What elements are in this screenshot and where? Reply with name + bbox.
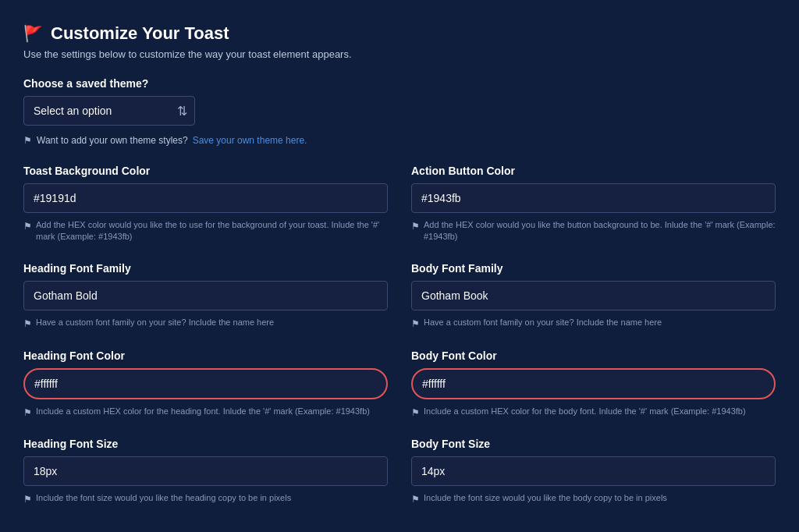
hint-flag-icon: ⚑ bbox=[23, 406, 32, 420]
toast-bg-color-hint: ⚑ Add the HEX color would you like the t… bbox=[23, 219, 388, 243]
hint-flag-icon: ⚑ bbox=[23, 317, 32, 331]
page-header: 🚩 Customize Your Toast bbox=[23, 23, 776, 44]
heading-font-size-label: Heading Font Size bbox=[23, 438, 388, 450]
theme-select-wrapper: Select an option ⇅ bbox=[23, 96, 195, 126]
body-font-family-hint: ⚑ Have a custom font family on your site… bbox=[411, 317, 776, 331]
body-font-color-label: Body Font Color bbox=[411, 349, 776, 362]
theme-select[interactable]: Select an option bbox=[23, 96, 195, 126]
body-font-family-input[interactable] bbox=[411, 281, 776, 310]
theme-link-prefix: Want to add your own theme styles? bbox=[37, 135, 188, 146]
heading-font-size-input[interactable] bbox=[23, 456, 388, 486]
action-btn-color-hint: ⚑ Add the HEX color would you like the b… bbox=[411, 219, 776, 243]
heading-font-family-label: Heading Font Family bbox=[23, 262, 388, 275]
field-body-font-color: Body Font Color ⚑ Include a custom HEX c… bbox=[411, 349, 776, 420]
field-heading-font-color: Heading Font Color ⚑ Include a custom HE… bbox=[23, 349, 388, 420]
theme-link-row: ⚑ Want to add your own theme styles? Sav… bbox=[23, 135, 776, 146]
field-body-font-family: Body Font Family ⚑ Have a custom font fa… bbox=[411, 262, 776, 331]
heading-font-color-label: Heading Font Color bbox=[23, 349, 388, 362]
action-btn-color-input[interactable] bbox=[411, 183, 776, 213]
field-action-btn-color: Action Button Color ⚑ Add the HEX color … bbox=[411, 165, 776, 243]
form-grid: Toast Background Color ⚑ Add the HEX col… bbox=[23, 165, 776, 506]
body-font-family-label: Body Font Family bbox=[411, 262, 776, 275]
toast-bg-color-label: Toast Background Color bbox=[23, 165, 388, 177]
heading-font-family-hint: ⚑ Have a custom font family on your site… bbox=[23, 317, 388, 331]
hint-flag-icon: ⚑ bbox=[411, 220, 420, 233]
body-font-size-hint: ⚑ Include the font size would you like t… bbox=[411, 492, 776, 506]
body-font-size-input[interactable] bbox=[411, 456, 776, 486]
flag-icon: ⚑ bbox=[23, 135, 32, 146]
theme-selector-label: Choose a saved theme? bbox=[23, 77, 776, 90]
hint-flag-icon: ⚑ bbox=[23, 220, 32, 233]
body-font-color-input[interactable] bbox=[411, 368, 776, 399]
heading-font-color-input[interactable] bbox=[23, 368, 388, 399]
save-theme-link[interactable]: Save your own theme here. bbox=[193, 135, 307, 146]
field-body-font-size: Body Font Size ⚑ Include the font size w… bbox=[411, 438, 776, 506]
page-title: Customize Your Toast bbox=[51, 23, 229, 44]
body-font-size-label: Body Font Size bbox=[411, 438, 776, 450]
hint-flag-icon: ⚑ bbox=[411, 493, 420, 506]
action-btn-color-label: Action Button Color bbox=[411, 165, 776, 177]
heading-font-color-hint: ⚑ Include a custom HEX color for the hea… bbox=[23, 406, 388, 420]
body-font-color-hint: ⚑ Include a custom HEX color for the bod… bbox=[411, 406, 776, 420]
page-subtitle: Use the settings below to customize the … bbox=[23, 48, 776, 60]
toast-icon: 🚩 bbox=[23, 24, 43, 43]
field-toast-bg-color: Toast Background Color ⚑ Add the HEX col… bbox=[23, 165, 388, 243]
hint-flag-icon: ⚑ bbox=[23, 493, 32, 506]
field-heading-font-size: Heading Font Size ⚑ Include the font siz… bbox=[23, 438, 388, 506]
heading-font-family-input[interactable] bbox=[23, 281, 388, 310]
field-heading-font-family: Heading Font Family ⚑ Have a custom font… bbox=[23, 262, 388, 331]
hint-flag-icon: ⚑ bbox=[411, 317, 420, 331]
hint-flag-icon: ⚑ bbox=[411, 406, 420, 420]
toast-bg-color-input[interactable] bbox=[23, 183, 388, 213]
heading-font-size-hint: ⚑ Include the font size would you like t… bbox=[23, 492, 388, 506]
